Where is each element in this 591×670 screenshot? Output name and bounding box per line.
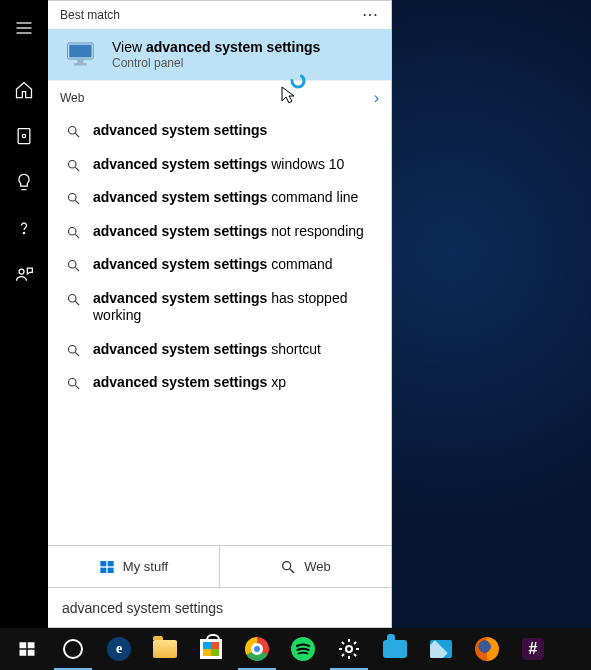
sidebar-home[interactable] (0, 70, 48, 110)
hamburger-button[interactable] (0, 8, 48, 48)
best-match-result[interactable]: View advanced system settings Control pa… (48, 29, 391, 80)
web-results-list: advanced system settingsadvanced system … (48, 114, 391, 545)
firefox-icon (475, 637, 499, 661)
svg-line-24 (75, 234, 79, 238)
svg-line-26 (75, 267, 79, 271)
svg-point-23 (69, 227, 77, 235)
svg-rect-33 (100, 561, 106, 566)
search-query-text: advanced system settings (62, 600, 223, 616)
web-result-text: advanced system settings (93, 122, 267, 140)
svg-point-29 (69, 345, 77, 353)
web-section-header[interactable]: Web › (48, 80, 391, 114)
monitor-icon (66, 41, 98, 69)
web-result-row[interactable]: advanced system settings command (48, 248, 391, 282)
sidebar-notebook[interactable] (0, 116, 48, 156)
sidebar-feedback[interactable] (0, 254, 48, 294)
taskbar-firefox[interactable] (464, 628, 510, 670)
taskbar-spotify[interactable] (280, 628, 326, 670)
windows-logo-icon (99, 559, 115, 575)
search-panel: Best match ··· View advanced system sett… (48, 0, 392, 628)
scope-web[interactable]: Web (219, 546, 391, 587)
web-result-row[interactable]: advanced system settings (48, 114, 391, 148)
question-icon (14, 218, 34, 238)
gear-icon (337, 637, 361, 661)
start-button[interactable] (4, 628, 50, 670)
svg-point-21 (69, 194, 77, 202)
store-icon (200, 639, 222, 659)
taskbar-slack[interactable]: # (510, 628, 556, 670)
search-icon (66, 376, 81, 391)
svg-line-30 (75, 352, 79, 356)
slack-icon: # (522, 638, 544, 660)
svg-point-27 (69, 294, 77, 302)
svg-rect-36 (108, 567, 114, 572)
svg-rect-35 (100, 567, 106, 572)
web-section-title: Web (60, 91, 84, 105)
search-sidebar (0, 0, 48, 628)
svg-rect-3 (28, 650, 35, 656)
search-icon (66, 343, 81, 358)
chrome-icon (245, 637, 269, 661)
person-speech-icon (14, 264, 34, 284)
sidebar-tips[interactable] (0, 162, 48, 202)
sidebar-help[interactable] (0, 208, 48, 248)
svg-rect-14 (77, 59, 83, 62)
search-icon (280, 559, 296, 575)
scope-my-stuff[interactable]: My stuff (48, 546, 219, 587)
taskbar-store[interactable] (188, 628, 234, 670)
web-result-row[interactable]: advanced system settings command line (48, 181, 391, 215)
hamburger-icon (14, 18, 34, 38)
taskbar-chrome[interactable] (234, 628, 280, 670)
best-match-subtitle: Control panel (112, 56, 320, 70)
web-result-row[interactable]: advanced system settings shortcut (48, 333, 391, 367)
svg-line-38 (290, 569, 294, 573)
svg-point-25 (69, 261, 77, 269)
svg-rect-0 (20, 642, 27, 648)
search-icon (66, 258, 81, 273)
web-result-text: advanced system settings shortcut (93, 341, 321, 359)
search-icon (66, 292, 81, 307)
web-result-row[interactable]: advanced system settings xp (48, 366, 391, 400)
home-icon (14, 80, 34, 100)
search-icon (66, 191, 81, 206)
taskbar-settings[interactable] (326, 628, 372, 670)
taskbar-cortana-search[interactable] (50, 628, 96, 670)
svg-line-32 (75, 385, 79, 389)
svg-point-37 (283, 561, 291, 569)
taskbar-file-explorer[interactable] (142, 628, 188, 670)
folder-icon (153, 640, 177, 658)
best-match-title: Best match (60, 8, 120, 22)
svg-line-18 (75, 133, 79, 137)
more-button[interactable]: ··· (363, 8, 379, 22)
svg-rect-1 (28, 642, 35, 648)
web-result-row[interactable]: advanced system settings not responding (48, 215, 391, 249)
taskbar-photos[interactable] (418, 628, 464, 670)
web-result-text: advanced system settings xp (93, 374, 286, 392)
best-match-header: Best match ··· (48, 1, 391, 29)
spotify-icon (291, 637, 315, 661)
svg-point-17 (69, 127, 77, 135)
scope-bar: My stuff Web (48, 545, 391, 587)
svg-point-10 (23, 232, 24, 233)
taskbar-camera[interactable] (372, 628, 418, 670)
svg-point-4 (346, 646, 352, 652)
web-result-text: advanced system settings not responding (93, 223, 364, 241)
photo-icon (430, 640, 452, 658)
taskbar-edge[interactable]: e (96, 628, 142, 670)
search-input[interactable]: advanced system settings (48, 587, 391, 627)
notebook-icon (14, 126, 34, 146)
svg-point-19 (69, 160, 77, 168)
web-result-text: advanced system settings command (93, 256, 333, 274)
camera-icon (383, 640, 407, 658)
svg-rect-2 (20, 650, 27, 656)
taskbar: e # (0, 628, 591, 670)
web-result-text: advanced system settings has stopped wor… (93, 290, 377, 325)
svg-rect-15 (74, 63, 87, 65)
web-result-row[interactable]: advanced system settings has stopped wor… (48, 282, 391, 333)
svg-line-20 (75, 167, 79, 171)
svg-rect-8 (18, 129, 30, 144)
svg-point-31 (69, 379, 77, 387)
svg-point-11 (19, 269, 24, 274)
windows-logo-icon (15, 637, 39, 661)
web-result-row[interactable]: advanced system settings windows 10 (48, 148, 391, 182)
